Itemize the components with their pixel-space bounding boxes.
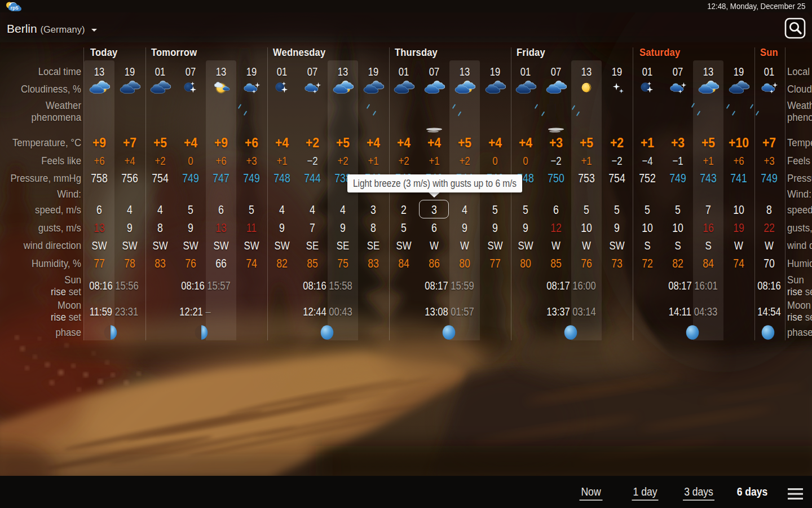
svg-text:rp5: rp5 (10, 5, 18, 11)
